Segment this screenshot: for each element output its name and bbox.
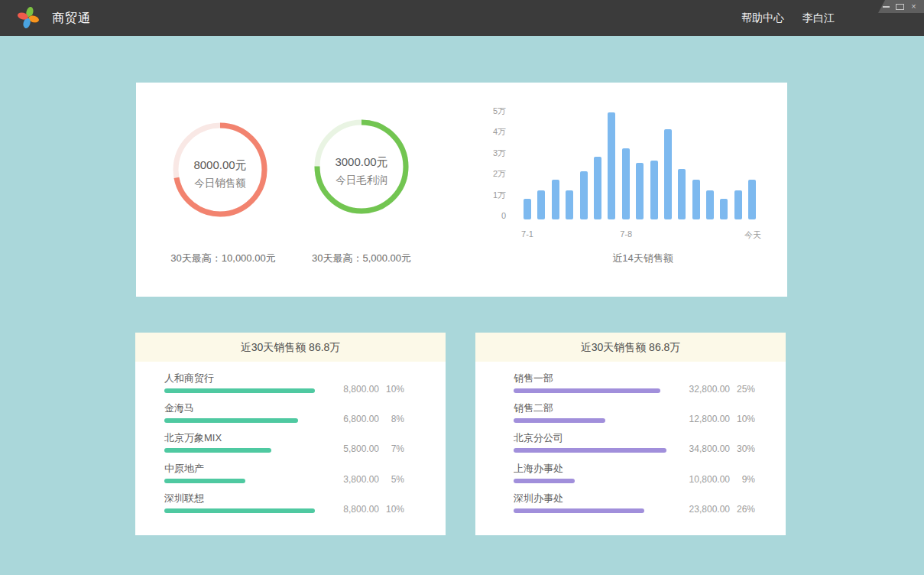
close-icon[interactable]: × [909, 2, 918, 11]
ranking-item-percent: 10% [730, 414, 755, 424]
sales-bar [524, 199, 531, 220]
ranking-item-bar [164, 508, 315, 513]
ranking-item-name: 北京万象MIX [164, 431, 222, 445]
sales-bar [636, 163, 644, 219]
sales-30day-max-caption: 30天最高：10,000.00元 [151, 252, 296, 265]
ranking-item-name: 销售二部 [514, 401, 553, 415]
ranking-row: 金海马 6,800.00 8% [135, 401, 446, 430]
ranking-item-amount: 3,800.00 [326, 474, 379, 485]
sales-bar [566, 190, 573, 220]
maximize-icon[interactable] [896, 2, 904, 11]
ranking-item-name: 销售一部 [514, 372, 553, 385]
sales-bar [650, 161, 658, 219]
x-axis-tick: 7-8 [603, 229, 649, 239]
sales-bar [734, 190, 742, 220]
app-title: 商贸通 [52, 0, 91, 36]
pinwheel-logo-icon [17, 6, 40, 29]
customer-ranking-title: 近30天销售额 86.8万 [135, 333, 446, 362]
today-sales-label: 今日销售额 [167, 177, 274, 190]
ranking-item-bar [164, 448, 271, 453]
sales-bar [748, 180, 756, 219]
y-axis-tick: 2万 [472, 169, 506, 178]
ranking-item-name: 深圳办事处 [514, 492, 563, 505]
ranking-item-amount: 8,800.00 [326, 384, 379, 395]
ranking-item-amount: 5,800.00 [326, 443, 379, 454]
ranking-item-bar [514, 448, 666, 453]
sales-bar [594, 157, 601, 220]
ranking-item-bar [164, 418, 298, 423]
ranking-item-name: 人和商贸行 [164, 372, 214, 385]
sales-bar [720, 199, 728, 220]
help-center-link[interactable]: 帮助中心 [741, 11, 784, 25]
ranking-item-value: 8,800.00 10% [326, 504, 404, 515]
ranking-item-name: 上海办事处 [514, 462, 563, 476]
customer-ranking-card: 近30天销售额 86.8万 人和商贸行 8,800.00 10% 金海马 6,8… [135, 333, 446, 535]
ranking-item-value: 8,800.00 10% [326, 384, 404, 395]
today-sales-gauge: 8000.00元 今日销售额 [167, 116, 274, 223]
ranking-item-amount: 10,800.00 [676, 474, 730, 485]
sales-bar [706, 190, 714, 220]
ranking-item-bar [164, 388, 315, 393]
app-window: 商贸通 帮助中心 李白江 × 8000.00元 今日销售额 3000.00元 [0, 0, 924, 575]
ranking-item-name: 北京分公司 [514, 431, 563, 445]
ranking-row: 深圳办事处 23,800.00 26% [475, 491, 786, 521]
department-ranking-list: 销售一部 32,800.00 25% 销售二部 12,800.00 10% 北京… [475, 362, 786, 521]
ranking-item-amount: 23,800.00 [676, 504, 730, 515]
x-axis-tick: 今天 [730, 229, 776, 241]
ranking-row: 上海办事处 10,800.00 9% [475, 461, 786, 491]
sales-bar [664, 129, 672, 219]
ranking-item-percent: 10% [379, 504, 404, 515]
sales-bar [678, 169, 686, 219]
ranking-item-value: 23,800.00 26% [676, 504, 755, 515]
sales-bar [622, 148, 630, 220]
ranking-item-amount: 12,800.00 [676, 414, 730, 424]
ranking-item-amount: 34,800.00 [676, 443, 730, 454]
ranking-row: 人和商贸行 8,800.00 10% [135, 371, 446, 401]
ranking-row: 深圳联想 8,800.00 10% [135, 491, 446, 521]
customer-ranking-list: 人和商贸行 8,800.00 10% 金海马 6,800.00 8% 北京万象M… [135, 362, 446, 521]
sales-bar [608, 112, 615, 219]
today-sales-value: 8000.00元 [167, 158, 274, 173]
ranking-item-value: 12,800.00 10% [676, 414, 755, 424]
user-name-link[interactable]: 李白江 [802, 11, 835, 25]
ranking-item-percent: 9% [730, 474, 755, 485]
today-profit-gauge: 3000.00元 今日毛利润 [308, 113, 415, 220]
ranking-item-percent: 10% [379, 384, 404, 395]
ranking-row: 北京分公司 34,800.00 30% [475, 430, 786, 460]
overview-panel: 8000.00元 今日销售额 3000.00元 今日毛利润 30天最高：10,0… [136, 83, 787, 297]
window-controls: × [878, 0, 924, 13]
bar-chart-bars [524, 83, 762, 219]
ranking-row: 销售二部 12,800.00 10% [475, 401, 786, 430]
sales-bar [552, 180, 559, 219]
ranking-item-percent: 30% [730, 443, 755, 454]
ranking-item-amount: 8,800.00 [326, 504, 379, 515]
y-axis-tick: 1万 [472, 190, 506, 200]
ranking-item-value: 32,800.00 25% [676, 384, 755, 395]
ranking-item-bar [514, 418, 605, 423]
ranking-row: 销售一部 32,800.00 25% [475, 371, 786, 401]
sales-bar [580, 171, 588, 219]
ranking-item-percent: 26% [730, 504, 755, 515]
department-ranking-title: 近30天销售额 86.8万 [475, 333, 786, 362]
ranking-item-bar [514, 479, 575, 483]
ranking-item-bar [514, 388, 660, 393]
ranking-row: 中原地产 3,800.00 5% [135, 461, 446, 491]
y-axis-tick: 3万 [472, 148, 506, 158]
minimize-icon[interactable] [882, 2, 890, 11]
ranking-item-percent: 25% [730, 384, 755, 395]
ranking-item-amount: 6,800.00 [326, 414, 379, 424]
ranking-item-percent: 7% [379, 443, 404, 454]
profit-30day-max-caption: 30天最高：5,000.00元 [289, 252, 434, 265]
sales-bar [692, 180, 700, 219]
ranking-item-value: 6,800.00 8% [326, 414, 404, 424]
ranking-item-value: 34,800.00 30% [676, 443, 755, 454]
ranking-item-percent: 8% [379, 414, 404, 424]
ranking-item-value: 10,800.00 9% [676, 474, 755, 485]
ranking-item-value: 5,800.00 7% [326, 443, 404, 454]
ranking-item-name: 金海马 [164, 401, 194, 415]
y-axis-tick: 5万 [472, 106, 506, 115]
ranking-item-value: 3,800.00 5% [326, 474, 404, 485]
ranking-item-bar [164, 479, 245, 483]
ranking-row: 北京万象MIX 5,800.00 7% [135, 430, 446, 460]
y-axis-tick: 0 [472, 211, 506, 220]
